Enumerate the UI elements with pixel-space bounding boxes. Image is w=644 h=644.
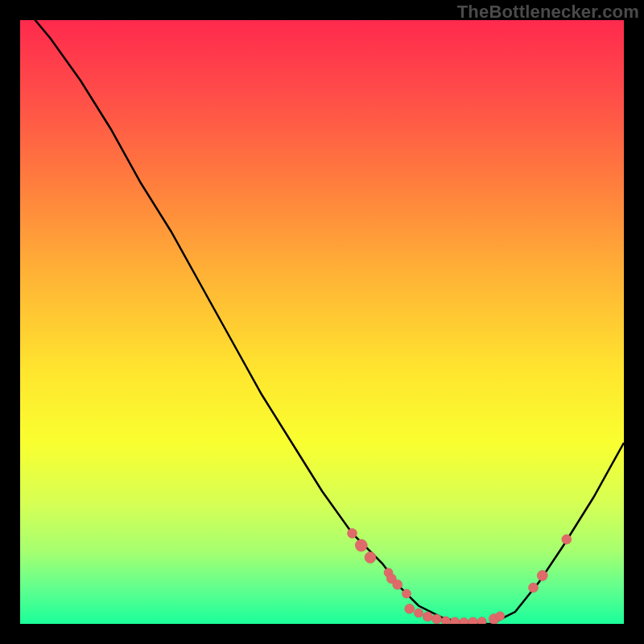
curve-marker [469,617,478,624]
curve-marker [355,539,367,551]
curve-marker [423,612,432,621]
curve-markers [348,529,572,625]
curve-marker [537,571,547,581]
curve-marker [393,580,402,589]
curve-marker [460,617,469,624]
curve-marker [529,583,539,592]
curve-marker [405,604,415,613]
curve-marker [450,617,460,624]
chart-frame [20,20,624,624]
bottleneck-curve [20,20,624,624]
curve-marker [402,589,411,598]
plot-area [20,20,624,624]
curve-marker [496,612,505,621]
curve-marker [348,529,357,539]
curve-marker [432,614,442,624]
curve-marker [441,617,450,624]
curve-marker [562,535,572,544]
curve-marker [415,609,423,617]
curve-marker [365,552,376,564]
chart-svg [20,20,624,624]
curve-marker [477,617,486,625]
